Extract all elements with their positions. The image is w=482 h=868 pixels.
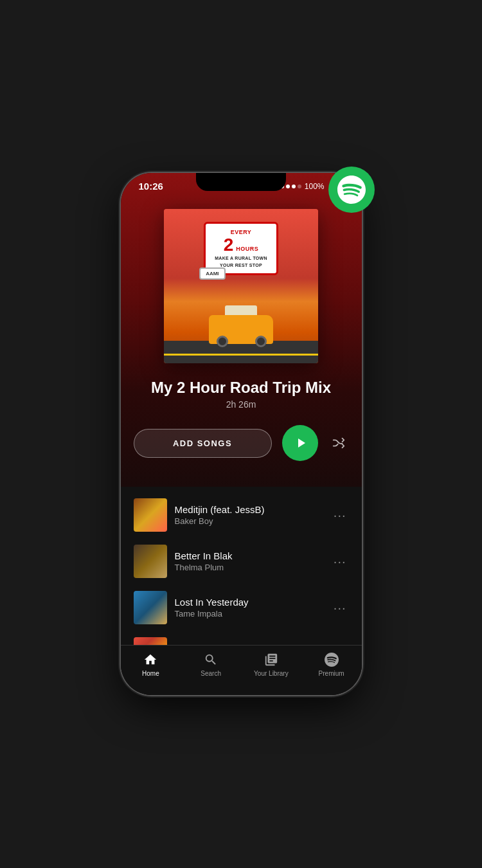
van-wheel-left (217, 336, 228, 347)
playlist-duration: 2h 26m (121, 399, 362, 420)
add-songs-button[interactable]: ADD SONGS (134, 429, 272, 458)
nav-item-home[interactable]: Home (121, 652, 181, 677)
thumb-inner-1 (134, 498, 167, 532)
track-info-3: Lost In Yesterday Tame Impala (175, 597, 323, 619)
notch (196, 173, 286, 191)
hero-section: EVERY 2 HOURS MAKE A RURAL TOWN YOUR RES… (121, 173, 362, 487)
battery-percentage: 100% (305, 182, 325, 191)
nav-item-search[interactable]: Search (181, 652, 241, 677)
track-artist-3: Tame Impala (175, 609, 323, 619)
signal-dot-3 (286, 185, 290, 188)
van-popup (225, 305, 257, 315)
track-thumbnail-2 (134, 545, 167, 578)
status-time: 10:26 (139, 181, 163, 192)
album-art-inner: EVERY 2 HOURS MAKE A RURAL TOWN YOUR RES… (164, 209, 318, 363)
action-row: ADD SONGS (121, 420, 362, 474)
nav-item-premium[interactable]: Premium (301, 652, 362, 677)
van-body (209, 315, 273, 344)
album-art: EVERY 2 HOURS MAKE A RURAL TOWN YOUR RES… (164, 209, 318, 363)
track-more-1[interactable]: ··· (331, 503, 349, 528)
track-item: Meditjin (feat. JessB) Baker Boy ··· (121, 492, 362, 538)
phone-frame: 10:26 100% (121, 173, 362, 695)
library-icon (263, 652, 279, 667)
track-info-1: Meditjin (feat. JessB) Baker Boy (175, 504, 323, 526)
van-wheel-right (255, 336, 267, 347)
track-thumbnail-1 (134, 498, 167, 532)
track-artist-2: Thelma Plum (175, 563, 323, 572)
play-button[interactable] (282, 425, 318, 461)
shuffle-button[interactable] (328, 433, 349, 453)
album-sign-hours: HOURS (236, 246, 258, 252)
thumb-inner-2 (134, 545, 167, 578)
album-art-container: EVERY 2 HOURS MAKE A RURAL TOWN YOUR RES… (121, 196, 362, 374)
album-sign-top: EVERY (215, 229, 267, 236)
signal-dot-4 (292, 185, 296, 188)
nav-label-search: Search (201, 670, 221, 677)
track-more-2[interactable]: ··· (331, 549, 349, 574)
track-artist-1: Baker Boy (175, 516, 323, 526)
home-icon (143, 652, 158, 667)
album-aami-badge: AAMI (199, 267, 225, 280)
track-info-2: Better In Blak Thelma Plum (175, 550, 323, 572)
playlist-title: My 2 Hour Road Trip Mix (121, 374, 362, 399)
search-icon (203, 652, 219, 667)
signal-dot-5 (298, 185, 301, 188)
track-thumbnail-3 (134, 591, 167, 624)
album-sign-bottom-1: MAKE A RURAL TOWN (215, 255, 267, 261)
road (164, 341, 318, 363)
nav-label-library: Your Library (254, 670, 289, 677)
premium-icon (324, 652, 339, 667)
track-name-3: Lost In Yesterday (175, 597, 323, 608)
nav-label-home: Home (142, 670, 159, 677)
scroll-content: EVERY 2 HOURS MAKE A RURAL TOWN YOUR RES… (121, 173, 362, 695)
spotify-badge (328, 167, 375, 213)
track-item: Better In Blak Thelma Plum ··· (121, 538, 362, 584)
nav-item-library[interactable]: Your Library (241, 652, 301, 677)
road-line (164, 354, 318, 356)
track-name-2: Better In Blak (175, 550, 323, 561)
nav-label-premium: Premium (319, 670, 344, 677)
thumb-inner-3 (134, 591, 167, 624)
track-item: Lost In Yesterday Tame Impala ··· (121, 584, 362, 631)
track-more-3[interactable]: ··· (331, 595, 349, 620)
bottom-nav: Home Search Your Library (121, 645, 362, 695)
track-name-1: Meditjin (feat. JessB) (175, 504, 323, 515)
album-sign-number: 2 (224, 236, 234, 254)
album-sign: EVERY 2 HOURS MAKE A RURAL TOWN YOUR RES… (204, 222, 278, 275)
van (202, 305, 280, 344)
